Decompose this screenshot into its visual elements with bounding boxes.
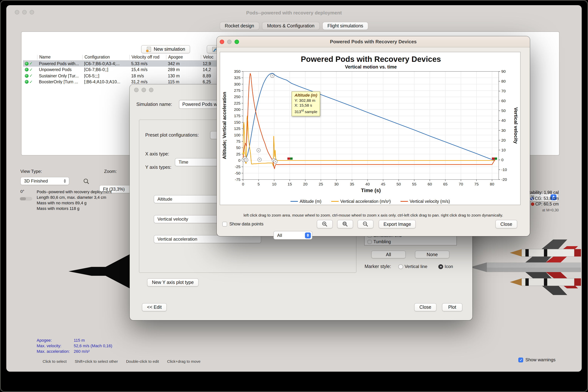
sim-apogee: 130 m bbox=[166, 74, 201, 78]
events-all-button[interactable]: All bbox=[371, 250, 406, 258]
dialog-plot-button[interactable]: Plot bbox=[442, 303, 462, 311]
apogee-label: Apogee: bbox=[37, 338, 74, 343]
sim-check-icon: ✓ bbox=[29, 80, 33, 84]
rocket-3d-view[interactable] bbox=[69, 254, 130, 289]
zoom-label: Zoom: bbox=[104, 169, 117, 174]
sim-vel-off-rod: 5,33 m/s bbox=[129, 62, 166, 66]
svg-text:80: 80 bbox=[501, 79, 506, 83]
column-header-configuration[interactable]: Configuration bbox=[82, 55, 129, 60]
series-line bbox=[243, 116, 495, 166]
view-type-dropdown[interactable]: 3D Finished bbox=[20, 177, 69, 185]
interaction-hints: Click to select Shift+click to select ot… bbox=[43, 359, 200, 364]
rotation-value: 0° bbox=[20, 189, 24, 194]
svg-text:Vertical velocity: Vertical velocity bbox=[513, 107, 519, 144]
new-simulation-label: New simulation bbox=[154, 47, 185, 52]
sim-end-flag-icon bbox=[494, 158, 497, 160]
rotation-slider-handle[interactable] bbox=[20, 197, 26, 200]
sim-name: Unpowered Pods bbox=[37, 68, 82, 72]
zoom-reset-icon bbox=[342, 221, 348, 227]
svg-text:40: 40 bbox=[365, 182, 370, 186]
rocket-render bbox=[470, 235, 581, 300]
desktop: Pods--powered with recovery deployment R… bbox=[0, 0, 588, 392]
marker-vertical-line-option[interactable]: Vertical line bbox=[398, 264, 427, 269]
event-list-item[interactable]: Tumbling bbox=[366, 239, 456, 245]
hint-double-click: Double-click to edit bbox=[126, 359, 159, 364]
marker-icon-option[interactable]: Icon bbox=[438, 264, 453, 269]
view-type-value: 3D Finished bbox=[24, 178, 48, 184]
svg-text:80: 80 bbox=[490, 182, 494, 186]
sim-config: [;B6-4;A10-3;A10... bbox=[82, 80, 129, 84]
legend-swatch bbox=[331, 201, 339, 202]
svg-text:20: 20 bbox=[501, 138, 506, 142]
new-simulation-button[interactable]: New simulation bbox=[141, 45, 190, 53]
new-y-axis-plot-type-button[interactable]: New Y axis plot type bbox=[147, 278, 199, 286]
show-data-points-control[interactable]: Show data points bbox=[222, 221, 263, 226]
burst-marker-icon: ✶ bbox=[241, 151, 245, 156]
tab-flight-simulations[interactable]: Flight simulations bbox=[322, 22, 368, 30]
show-warnings-checkbox[interactable] bbox=[518, 358, 523, 362]
plot-close-button[interactable]: Close bbox=[495, 220, 517, 228]
svg-text:-10: -10 bbox=[501, 168, 507, 172]
vertical-line-label: Vertical line bbox=[405, 264, 427, 269]
y-axis-types-label: Y axis types: bbox=[145, 165, 171, 170]
show-data-points-checkbox[interactable] bbox=[222, 222, 227, 226]
cp-icon bbox=[531, 202, 534, 206]
svg-text:75: 75 bbox=[474, 182, 478, 186]
maximize-window-button[interactable] bbox=[149, 88, 153, 92]
column-header-velocity-off-rod[interactable]: Velocity off rod bbox=[129, 55, 166, 60]
sim-config: [C6-7;B6-0;;] bbox=[82, 68, 129, 72]
svg-text:100: 100 bbox=[234, 133, 240, 137]
event-checkbox[interactable] bbox=[368, 240, 372, 244]
svg-text:Powered Pods with Recovery Dev: Powered Pods with Recovery Devices bbox=[301, 55, 441, 64]
svg-text:5: 5 bbox=[257, 182, 260, 186]
marker-style-label: Marker style: bbox=[365, 264, 391, 269]
events-filter-dropdown[interactable]: All bbox=[273, 231, 312, 240]
svg-text:90: 90 bbox=[501, 69, 506, 74]
zoom-in-button[interactable] bbox=[317, 220, 333, 228]
magnifier-icon bbox=[83, 178, 90, 185]
tab-motors-configuration[interactable]: Motors & Configuration bbox=[262, 22, 320, 30]
cg-value: CG: 53,8 cm bbox=[535, 196, 559, 200]
rocket-info-mass-no-motors: Mass with no motors 89,4 g bbox=[37, 200, 112, 206]
minimize-window-button[interactable] bbox=[142, 88, 146, 92]
svg-text:Time (s): Time (s) bbox=[361, 188, 381, 193]
legend-item: Vertical acceleration (m/s²) bbox=[331, 199, 391, 204]
main-window-titlebar[interactable]: Pods--powered with recovery deployment bbox=[6, 5, 582, 20]
svg-text:300: 300 bbox=[234, 82, 240, 86]
tooltip-sample: 313rd sample bbox=[295, 108, 317, 114]
flight-plot-chart[interactable]: 0510152025303540455055606570758035032530… bbox=[220, 52, 520, 196]
sim-status-ok-icon bbox=[25, 80, 29, 84]
vertical-line-radio[interactable] bbox=[398, 264, 403, 269]
svg-text:60: 60 bbox=[501, 99, 506, 103]
zoom-tool-button[interactable] bbox=[82, 178, 91, 185]
svg-text:150: 150 bbox=[234, 120, 240, 124]
preset-label: Preset plot configurations: bbox=[145, 132, 199, 138]
svg-text:75: 75 bbox=[236, 139, 240, 144]
zoom-reset-button[interactable] bbox=[337, 220, 353, 228]
sim-vel-off-rod: 18 m/s bbox=[129, 74, 166, 78]
column-header-apogee[interactable]: Apogee bbox=[166, 55, 201, 60]
ground-hit-flag-icon bbox=[492, 158, 494, 160]
icon-radio[interactable] bbox=[438, 264, 443, 269]
rotation-slider[interactable] bbox=[20, 197, 32, 201]
export-image-button[interactable]: Export Image bbox=[379, 220, 416, 228]
y-axis-type-dropdown[interactable]: Vertical acceleration bbox=[154, 235, 261, 243]
chart-tooltip: Altitude (m) Y: 302,88 m X: 15,58 s 313r… bbox=[291, 92, 320, 116]
plot-window-titlebar[interactable]: Powered Pods with Recovery Devices bbox=[217, 36, 530, 48]
show-warnings-control[interactable]: Show warnings bbox=[518, 357, 555, 362]
column-header-name[interactable]: Name bbox=[37, 55, 82, 60]
legend-swatch bbox=[400, 201, 408, 202]
edit-simulation-icon bbox=[212, 46, 217, 52]
events-none-button[interactable]: None bbox=[415, 250, 449, 258]
svg-text:350: 350 bbox=[234, 69, 240, 74]
zoom-out-button[interactable] bbox=[358, 220, 374, 228]
hint-click-drag: Click+drag to move bbox=[167, 359, 200, 364]
svg-text:-25: -25 bbox=[235, 164, 240, 169]
dialog-close-button[interactable]: Close bbox=[414, 303, 436, 311]
tab-rocket-design[interactable]: Rocket design bbox=[219, 22, 259, 30]
svg-text:30: 30 bbox=[334, 182, 339, 186]
sim-name: BoosterOnly [Turn ... bbox=[37, 80, 82, 84]
svg-text:-20: -20 bbox=[501, 177, 507, 182]
edit-button[interactable]: << Edit bbox=[142, 303, 167, 311]
close-window-button[interactable] bbox=[134, 88, 139, 92]
